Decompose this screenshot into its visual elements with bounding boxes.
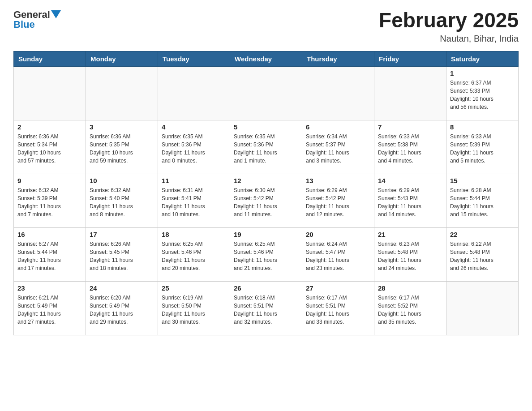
- calendar-cell: 12Sunrise: 6:30 AM Sunset: 5:42 PM Dayli…: [230, 174, 302, 227]
- calendar-cell: 20Sunrise: 6:24 AM Sunset: 5:47 PM Dayli…: [302, 227, 374, 281]
- day-info: Sunrise: 6:36 AM Sunset: 5:35 PM Dayligh…: [90, 133, 154, 165]
- weekday-header-wednesday: Wednesday: [230, 51, 302, 66]
- day-info: Sunrise: 6:18 AM Sunset: 5:51 PM Dayligh…: [234, 294, 298, 326]
- calendar-cell: [446, 281, 519, 335]
- day-number: 14: [378, 177, 442, 184]
- day-number: 21: [378, 231, 442, 238]
- day-number: 28: [378, 284, 442, 292]
- day-number: 18: [162, 231, 226, 238]
- weekday-header-saturday: Saturday: [446, 51, 519, 66]
- calendar-cell: 27Sunrise: 6:17 AM Sunset: 5:51 PM Dayli…: [302, 281, 374, 335]
- day-info: Sunrise: 6:19 AM Sunset: 5:50 PM Dayligh…: [162, 294, 226, 326]
- calendar-cell: 13Sunrise: 6:29 AM Sunset: 5:42 PM Dayli…: [302, 174, 374, 227]
- calendar-cell: 21Sunrise: 6:23 AM Sunset: 5:48 PM Dayli…: [374, 227, 446, 281]
- logo: General Blue: [13, 9, 61, 30]
- day-info: Sunrise: 6:25 AM Sunset: 5:46 PM Dayligh…: [162, 240, 226, 272]
- calendar-cell: 22Sunrise: 6:22 AM Sunset: 5:48 PM Dayli…: [446, 227, 519, 281]
- weekday-header-monday: Monday: [86, 51, 158, 66]
- day-number: 23: [17, 284, 82, 292]
- day-info: Sunrise: 6:34 AM Sunset: 5:37 PM Dayligh…: [306, 133, 370, 165]
- day-info: Sunrise: 6:29 AM Sunset: 5:43 PM Dayligh…: [378, 186, 442, 218]
- weekday-header-friday: Friday: [374, 51, 446, 66]
- day-number: 6: [306, 123, 370, 131]
- weekday-header-thursday: Thursday: [302, 51, 374, 66]
- day-number: 17: [90, 231, 154, 238]
- title-area: February 2025 Nautan, Bihar, India: [379, 9, 519, 44]
- day-info: Sunrise: 6:35 AM Sunset: 5:36 PM Dayligh…: [162, 133, 226, 165]
- day-number: 16: [17, 231, 82, 238]
- calendar-cell: 14Sunrise: 6:29 AM Sunset: 5:43 PM Dayli…: [374, 174, 446, 227]
- day-info: Sunrise: 6:29 AM Sunset: 5:42 PM Dayligh…: [306, 186, 370, 218]
- day-number: 20: [306, 231, 370, 238]
- day-number: 19: [234, 231, 298, 238]
- day-number: 27: [306, 284, 370, 292]
- calendar-cell: 3Sunrise: 6:36 AM Sunset: 5:35 PM Daylig…: [86, 120, 158, 174]
- day-number: 15: [450, 177, 515, 184]
- day-info: Sunrise: 6:30 AM Sunset: 5:42 PM Dayligh…: [234, 186, 298, 218]
- day-info: Sunrise: 6:27 AM Sunset: 5:44 PM Dayligh…: [17, 240, 82, 272]
- day-info: Sunrise: 6:24 AM Sunset: 5:47 PM Dayligh…: [306, 240, 370, 272]
- calendar-cell: [14, 66, 86, 120]
- day-info: Sunrise: 6:22 AM Sunset: 5:48 PM Dayligh…: [450, 240, 515, 272]
- calendar-week-3: 9Sunrise: 6:32 AM Sunset: 5:39 PM Daylig…: [14, 174, 519, 227]
- day-info: Sunrise: 6:26 AM Sunset: 5:45 PM Dayligh…: [90, 240, 154, 272]
- calendar-cell: 15Sunrise: 6:28 AM Sunset: 5:44 PM Dayli…: [446, 174, 519, 227]
- svg-marker-0: [51, 10, 61, 18]
- day-number: 8: [450, 123, 515, 131]
- day-number: 9: [17, 177, 82, 184]
- day-info: Sunrise: 6:31 AM Sunset: 5:41 PM Dayligh…: [162, 186, 226, 218]
- calendar-cell: 19Sunrise: 6:25 AM Sunset: 5:46 PM Dayli…: [230, 227, 302, 281]
- calendar-cell: 5Sunrise: 6:35 AM Sunset: 5:36 PM Daylig…: [230, 120, 302, 174]
- calendar-cell: 24Sunrise: 6:20 AM Sunset: 5:49 PM Dayli…: [86, 281, 158, 335]
- day-number: 13: [306, 177, 370, 184]
- calendar-cell: 7Sunrise: 6:33 AM Sunset: 5:38 PM Daylig…: [374, 120, 446, 174]
- day-info: Sunrise: 6:17 AM Sunset: 5:52 PM Dayligh…: [378, 294, 442, 326]
- calendar-cell: 25Sunrise: 6:19 AM Sunset: 5:50 PM Dayli…: [158, 281, 230, 335]
- calendar-cell: 26Sunrise: 6:18 AM Sunset: 5:51 PM Dayli…: [230, 281, 302, 335]
- day-info: Sunrise: 6:21 AM Sunset: 5:49 PM Dayligh…: [17, 294, 82, 326]
- calendar-header-row: SundayMondayTuesdayWednesdayThursdayFrid…: [14, 51, 519, 66]
- calendar-cell: 23Sunrise: 6:21 AM Sunset: 5:49 PM Dayli…: [14, 281, 86, 335]
- calendar-cell: [230, 66, 302, 120]
- page-header: General Blue February 2025 Nautan, Bihar…: [13, 9, 519, 44]
- calendar-cell: 28Sunrise: 6:17 AM Sunset: 5:52 PM Dayli…: [374, 281, 446, 335]
- location: Nautan, Bihar, India: [379, 34, 519, 44]
- calendar-cell: 6Sunrise: 6:34 AM Sunset: 5:37 PM Daylig…: [302, 120, 374, 174]
- calendar-week-4: 16Sunrise: 6:27 AM Sunset: 5:44 PM Dayli…: [14, 227, 519, 281]
- calendar-cell: 8Sunrise: 6:33 AM Sunset: 5:39 PM Daylig…: [446, 120, 519, 174]
- day-info: Sunrise: 6:32 AM Sunset: 5:40 PM Dayligh…: [90, 186, 154, 218]
- calendar-cell: 9Sunrise: 6:32 AM Sunset: 5:39 PM Daylig…: [14, 174, 86, 227]
- calendar-week-1: 1Sunrise: 6:37 AM Sunset: 5:33 PM Daylig…: [14, 66, 519, 120]
- calendar-cell: 16Sunrise: 6:27 AM Sunset: 5:44 PM Dayli…: [14, 227, 86, 281]
- calendar-cell: 17Sunrise: 6:26 AM Sunset: 5:45 PM Dayli…: [86, 227, 158, 281]
- calendar-cell: 1Sunrise: 6:37 AM Sunset: 5:33 PM Daylig…: [446, 66, 519, 120]
- day-number: 1: [450, 69, 515, 77]
- calendar-cell: [86, 66, 158, 120]
- weekday-header-tuesday: Tuesday: [158, 51, 230, 66]
- day-info: Sunrise: 6:20 AM Sunset: 5:49 PM Dayligh…: [90, 294, 154, 326]
- calendar-cell: 10Sunrise: 6:32 AM Sunset: 5:40 PM Dayli…: [86, 174, 158, 227]
- logo-triangle-icon: [51, 10, 61, 18]
- day-number: 22: [450, 231, 515, 238]
- day-number: 26: [234, 284, 298, 292]
- day-number: 7: [378, 123, 442, 131]
- day-number: 24: [90, 284, 154, 292]
- day-info: Sunrise: 6:25 AM Sunset: 5:46 PM Dayligh…: [234, 240, 298, 272]
- day-info: Sunrise: 6:23 AM Sunset: 5:48 PM Dayligh…: [378, 240, 442, 272]
- calendar-cell: 4Sunrise: 6:35 AM Sunset: 5:36 PM Daylig…: [158, 120, 230, 174]
- day-number: 2: [17, 123, 82, 131]
- calendar-cell: 18Sunrise: 6:25 AM Sunset: 5:46 PM Dayli…: [158, 227, 230, 281]
- calendar-table: SundayMondayTuesdayWednesdayThursdayFrid…: [13, 51, 519, 335]
- day-info: Sunrise: 6:32 AM Sunset: 5:39 PM Dayligh…: [17, 186, 82, 218]
- calendar-week-2: 2Sunrise: 6:36 AM Sunset: 5:34 PM Daylig…: [14, 120, 519, 174]
- day-number: 10: [90, 177, 154, 184]
- calendar-cell: 11Sunrise: 6:31 AM Sunset: 5:41 PM Dayli…: [158, 174, 230, 227]
- day-number: 11: [162, 177, 226, 184]
- day-info: Sunrise: 6:17 AM Sunset: 5:51 PM Dayligh…: [306, 294, 370, 326]
- day-number: 5: [234, 123, 298, 131]
- month-title: February 2025: [379, 9, 519, 32]
- calendar-cell: [158, 66, 230, 120]
- day-info: Sunrise: 6:33 AM Sunset: 5:38 PM Dayligh…: [378, 133, 442, 165]
- day-number: 4: [162, 123, 226, 131]
- day-info: Sunrise: 6:36 AM Sunset: 5:34 PM Dayligh…: [17, 133, 82, 165]
